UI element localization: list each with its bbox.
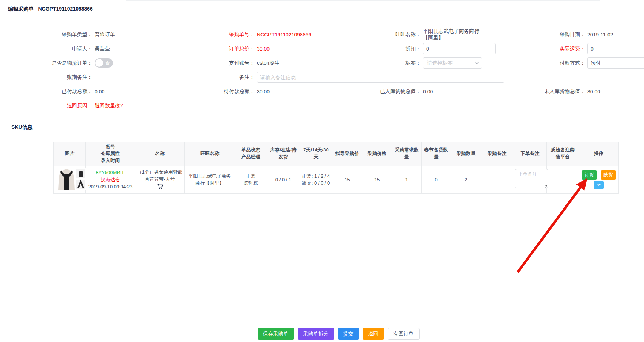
cell-sales: 正常: 1 / 2 / 4 跟卖: 0 / 0 / 0 — [300, 166, 332, 194]
page-header: 编辑采购单 - NCGPT1911021098866 — [0, 1, 644, 16]
order-total-label: 订单总价： — [161, 46, 255, 52]
col-status: 单品状态 产品经理 — [235, 142, 267, 166]
cell-demand-qty: 1 — [392, 166, 422, 194]
billing-note-label: 账期备注： — [0, 74, 92, 81]
wangwang-name: 平阳县志武电子商务商行【阿里】 — [187, 173, 233, 187]
pay-account-label: 支付账号： — [161, 60, 255, 66]
purchase-order-form: 采购单类型： 普通订单 采购单号： NCGPT1911021098866 旺旺名… — [0, 20, 644, 113]
cell-wangwang: 平阳县志武电子商务商行【阿里】 — [185, 166, 235, 194]
inbound-total-label: 已入库货物总值： — [321, 88, 421, 95]
form-row-3: 是否是物流订单： 否 支付账号： eston凝生 标签： 请选择标签 付款方式： — [0, 56, 644, 70]
uninbound-total-label: 未入库货物总值： — [482, 88, 585, 95]
footer-actions: 保存采购单 采购单拆分 提交 退回 有图订单 — [0, 328, 644, 340]
sku-table-header-row: 图片 货号 仓库属性 录入时间 名称 旺旺名称 单品状态 产品经理 库存/在途/… — [54, 142, 619, 166]
uninbound-total-value: 30.00 — [587, 89, 600, 95]
col-image: 图片 — [54, 142, 86, 166]
return-button[interactable]: 退回 — [363, 328, 384, 340]
chevron-down-icon — [597, 182, 601, 186]
actual-freight-label: 实际运费： — [482, 46, 585, 52]
wangwang-name-value: 平阳县志武电子商务商行【阿里】 — [423, 28, 482, 41]
out-of-stock-button[interactable]: 缺货 — [601, 170, 616, 180]
photo-order-button[interactable]: 有图订单 — [388, 328, 420, 340]
discount-label: 折扣： — [321, 46, 421, 52]
sku-table-row: 8YY500564-L 汉海达仓 2019-09-10 09:34:23 （1个… — [54, 166, 619, 194]
cell-spring-qty: 0 — [422, 166, 451, 194]
form-row-1: 采购单类型： 普通订单 采购单号： NCGPT1911021098866 旺旺名… — [0, 27, 644, 42]
more-actions-dropdown-button[interactable] — [594, 181, 604, 189]
wangwang-name-label: 旺旺名称： — [321, 31, 421, 38]
cart-icon[interactable] — [157, 184, 163, 189]
item-no: 8YY500564-L — [88, 169, 133, 176]
order-type-value: 普通订单 — [95, 31, 115, 38]
order-note-textarea[interactable] — [515, 169, 548, 188]
save-purchase-order-button[interactable]: 保存采购单 — [258, 328, 294, 340]
cell-status: 正常 陈哲栋 — [235, 166, 267, 194]
col-demand-qty: 采购需求数量 — [392, 142, 422, 166]
chevron-down-icon — [475, 61, 479, 64]
tag-select[interactable]: 请选择标签 — [423, 57, 482, 69]
form-row-2: 申请人： 吴莹莹 订单总价： 30.00 折扣： 实际运费： — [0, 42, 644, 56]
applicant-value: 吴莹莹 — [95, 46, 110, 52]
actual-freight-input[interactable] — [587, 43, 644, 54]
purchase-date-value: 2019-11-02 — [587, 32, 613, 38]
product-name: （1个）男女通用背部直背背带-大号 — [137, 169, 183, 183]
pay-method-input[interactable] — [587, 57, 644, 69]
page-title: 编辑采购单 - NCGPT1911021098866 — [8, 1, 93, 16]
pay-account-value: eston凝生 — [257, 60, 279, 66]
spring-stock-qty: 0 — [435, 177, 437, 182]
cell-purchase-note — [481, 166, 513, 194]
tag-label: 标签： — [321, 60, 421, 66]
applicant-label: 申请人： — [0, 46, 92, 52]
cell-actions: 订货 缺货 — [579, 166, 619, 194]
col-item-no: 货号 仓库属性 录入时间 — [86, 142, 135, 166]
col-wangwang: 旺旺名称 — [185, 142, 235, 166]
order-no-label: 采购单号： — [161, 31, 255, 38]
return-reason-label: 退回原因： — [0, 103, 92, 109]
tag-select-placeholder: 请选择标签 — [427, 60, 453, 66]
sales-normal: 正常: 1 / 2 / 4 — [302, 173, 330, 180]
col-name: 名称 — [135, 142, 185, 166]
item-status: 正常 — [237, 173, 265, 180]
stock-transit-pending: 0 / 0 / 1 — [275, 177, 291, 182]
sku-section-title: SKU信息 — [11, 124, 33, 131]
submit-button[interactable]: 提交 — [338, 328, 359, 340]
return-reason-value: 退回数量改2 — [95, 103, 123, 109]
logistics-toggle[interactable]: 否 — [95, 58, 113, 68]
note-input[interactable] — [257, 72, 504, 83]
inbound-total-value: 0.00 — [423, 89, 433, 95]
form-row-6: 退回原因： 退回数量改2 — [0, 99, 644, 113]
cell-name: （1个）男女通用背部直背背带-大号 — [135, 166, 185, 194]
order-type-label: 采购单类型： — [0, 31, 92, 38]
cell-order-note — [513, 166, 547, 194]
cell-guide-price: 15 — [332, 166, 362, 194]
toggle-state-text: 否 — [105, 60, 110, 66]
unpaid-total-value: 30.00 — [257, 89, 270, 95]
col-guide-price: 指导采购价 — [332, 142, 362, 166]
cell-purchase-qty: 2 — [451, 166, 481, 194]
col-purchase-note: 采购备注 — [481, 142, 513, 166]
purchase-price: 15 — [374, 177, 380, 182]
form-row-5: 已付款总额： 0.00 待付款总额： 30.00 已入库货物总值： 0.00 未… — [0, 84, 644, 99]
note-label: 备注： — [161, 74, 255, 81]
purchase-qty: 2 — [465, 177, 467, 182]
order-no-value: NCGPT1911021098866 — [257, 32, 311, 38]
entry-time: 2019-09-10 09:34:23 — [88, 183, 133, 191]
cell-stock: 0 / 0 / 1 — [267, 166, 300, 194]
pay-method-label: 付款方式： — [482, 60, 585, 66]
order-button[interactable]: 订货 — [582, 170, 597, 180]
cell-qc-note — [547, 166, 579, 194]
split-purchase-order-button[interactable]: 采购单拆分 — [298, 328, 334, 340]
col-sales: 7天/14天/30天 — [300, 142, 332, 166]
col-actions: 操作 — [579, 142, 619, 166]
is-logistics-label: 是否是物流订单： — [0, 60, 92, 66]
product-manager: 陈哲栋 — [237, 180, 265, 187]
product-image — [56, 168, 86, 190]
cell-item-no: 8YY500564-L 汉海达仓 2019-09-10 09:34:23 — [86, 166, 135, 194]
cell-image — [54, 166, 86, 194]
cell-purchase-price: 15 — [362, 166, 392, 194]
paid-total-label: 已付款总额： — [0, 88, 92, 95]
order-total-value: 30.00 — [257, 46, 270, 52]
purchase-date-label: 采购日期： — [482, 31, 585, 38]
col-purchase-qty: 采购数量 — [451, 142, 481, 166]
unpaid-total-label: 待付款总额： — [161, 88, 255, 95]
